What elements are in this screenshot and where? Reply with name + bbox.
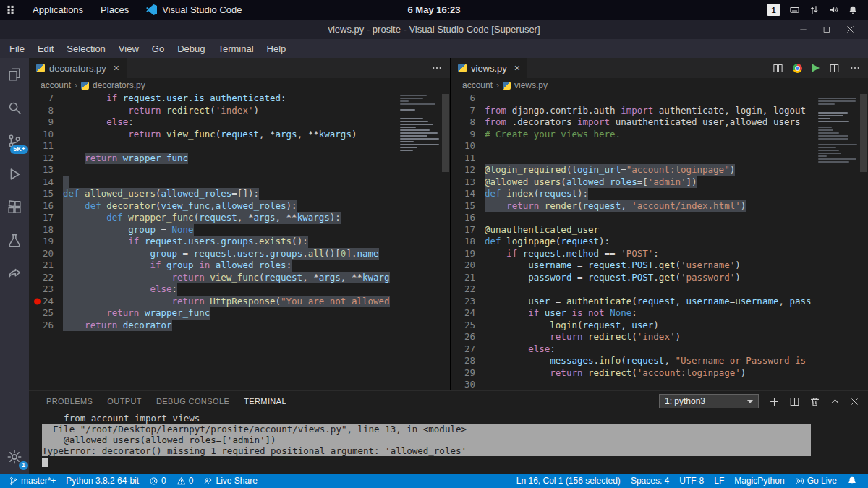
keyboard-tray-icon[interactable] <box>789 4 800 15</box>
menu-file[interactable]: File <box>3 39 31 58</box>
code-line-10[interactable]: 10 return view_func(request, *args, **kw… <box>29 129 398 141</box>
line-number[interactable]: 24 <box>29 296 63 308</box>
line-number[interactable]: 7 <box>29 93 63 105</box>
menu-help[interactable]: Help <box>260 39 293 58</box>
line-number[interactable]: 26 <box>29 320 63 332</box>
workspace-indicator[interactable]: 1 <box>767 4 780 16</box>
panel-tab-debug-console[interactable]: DEBUG CONSOLE <box>156 391 229 411</box>
line-number[interactable]: 16 <box>29 200 63 213</box>
tab-views-py[interactable]: views.py × <box>451 58 528 78</box>
code-line-15[interactable]: 15def allowed_users(allowed_roles=[]): <box>29 188 398 200</box>
line-number[interactable]: 28 <box>451 355 485 367</box>
activity-explorer[interactable] <box>0 58 29 91</box>
volume-tray-icon[interactable] <box>828 4 839 15</box>
code-line-16[interactable]: 16 <box>451 212 816 224</box>
tab-close-icon[interactable]: × <box>514 62 520 74</box>
more-actions-icon[interactable] <box>431 62 443 74</box>
line-number[interactable]: 18 <box>29 224 63 236</box>
maximize-button[interactable] <box>818 25 835 34</box>
code-line-20[interactable]: 20 group = request.users.groups.all()[0]… <box>29 248 398 260</box>
terminal-select[interactable]: 1: python3 <box>659 394 759 408</box>
line-number[interactable]: 19 <box>451 248 485 260</box>
activity-source-control[interactable]: 5K+ <box>0 124 29 158</box>
breadcrumb-folder[interactable]: account <box>462 80 493 90</box>
scrollbar-1[interactable] <box>859 93 868 390</box>
active-app-indicator[interactable]: Visual Studio Code <box>137 4 250 15</box>
network-tray-icon[interactable] <box>809 4 820 15</box>
code-line-8[interactable]: 8from .decorators import unauthenticated… <box>451 116 816 129</box>
status-eol[interactable]: LF <box>709 474 729 488</box>
line-number[interactable]: 22 <box>451 283 485 296</box>
code-line-23[interactable]: 23 else: <box>29 283 398 296</box>
line-number[interactable]: 8 <box>451 116 485 129</box>
code-line-17[interactable]: 17@unauthenticated_user <box>451 224 816 236</box>
code-line-9[interactable]: 9# Create your views here. <box>451 129 816 141</box>
line-number[interactable]: 22 <box>29 272 63 284</box>
line-number[interactable]: 15 <box>29 188 63 200</box>
panel-tab-output[interactable]: OUTPUT <box>107 391 142 411</box>
maximize-panel-icon[interactable] <box>830 396 841 407</box>
code-line-16[interactable]: 16 def decorator(view_func,allowed_roles… <box>29 200 398 213</box>
scrollbar-slider[interactable] <box>442 94 449 172</box>
activity-testing[interactable] <box>0 224 29 257</box>
code-line-24[interactable]: 24 if user is not None: <box>451 307 816 320</box>
clock[interactable]: 6 May 16:23 <box>408 4 461 15</box>
breadcrumb-file[interactable]: views.py <box>514 80 548 90</box>
menu-selection[interactable]: Selection <box>60 39 111 58</box>
line-number[interactable]: 10 <box>451 140 485 153</box>
code-line-7[interactable]: 7from django.contrib.auth import authent… <box>451 105 816 117</box>
line-number[interactable]: 17 <box>29 212 63 224</box>
code-lines-0[interactable]: 7 if request.user.is_authenticated:8 ret… <box>29 93 398 390</box>
line-number[interactable]: 29 <box>451 367 485 380</box>
menu-view[interactable]: View <box>112 39 145 58</box>
code-line-17[interactable]: 17 def wrapper_func(request, *args, **kw… <box>29 212 398 224</box>
line-number[interactable]: 27 <box>451 343 485 356</box>
open-in-browser-icon[interactable] <box>793 64 802 73</box>
activity-extensions[interactable] <box>0 191 29 224</box>
status-branch[interactable]: master*+ <box>4 474 61 488</box>
split-terminal-icon[interactable] <box>789 396 800 407</box>
code-line-21[interactable]: 21 password = request.POST.get('password… <box>451 272 816 284</box>
activity-search[interactable] <box>0 91 29 124</box>
code-line-12[interactable]: 12@login_required(login_url="account:log… <box>451 164 816 176</box>
line-number[interactable]: 13 <box>29 164 63 176</box>
line-number[interactable]: 20 <box>451 260 485 272</box>
code-line-25[interactable]: 25 return wrapper_func <box>29 307 398 320</box>
line-number[interactable]: 9 <box>29 116 63 129</box>
line-number[interactable]: 8 <box>29 105 63 117</box>
line-number[interactable]: 10 <box>29 129 63 141</box>
activity-manage[interactable]: 1 <box>0 440 29 474</box>
code-line-7[interactable]: 7 if request.user.is_authenticated: <box>29 93 398 105</box>
new-terminal-icon[interactable] <box>769 396 780 407</box>
status-go-live[interactable]: Go Live <box>790 474 842 488</box>
panel-tab-terminal[interactable]: TERMINAL <box>244 391 286 411</box>
line-number[interactable]: 16 <box>451 212 485 224</box>
code-line-25[interactable]: 25 login(request, user) <box>451 320 816 332</box>
code-line-26[interactable]: 26 return decorator <box>29 320 398 332</box>
run-python-file-icon[interactable] <box>812 64 820 72</box>
minimize-button[interactable] <box>794 25 812 34</box>
code-line-11[interactable]: 11 <box>29 140 398 153</box>
line-number[interactable]: 19 <box>29 236 63 248</box>
code-line-10[interactable]: 10 <box>451 140 816 153</box>
code-line-15[interactable]: 15 return render(request, 'account/index… <box>451 200 816 213</box>
line-number[interactable]: 20 <box>29 248 63 260</box>
code-line-28[interactable]: 28 messages.info(request, "Username or P… <box>451 355 816 367</box>
terminal-output[interactable]: from account import views File "/root/De… <box>29 411 868 474</box>
menu-go[interactable]: Go <box>145 39 171 58</box>
code-line-13[interactable]: 13 <box>29 164 398 176</box>
breakpoint[interactable] <box>34 298 41 304</box>
code-line-19[interactable]: 19 if request.method == 'POST': <box>451 248 816 260</box>
more-actions-icon[interactable] <box>849 62 861 74</box>
notifications-tray-icon[interactable] <box>848 5 858 15</box>
status-language-mode[interactable]: MagicPython <box>729 474 789 488</box>
terminal-cursor[interactable] <box>42 458 48 467</box>
app-grid-icon[interactable] <box>6 4 17 15</box>
panel-tab-problems[interactable]: PROBLEMS <box>46 391 93 411</box>
line-number[interactable]: 21 <box>451 272 485 284</box>
breadcrumb-file[interactable]: decorators.py <box>93 80 145 90</box>
code-line-18[interactable]: 18def loginpage(request): <box>451 236 816 248</box>
menu-debug[interactable]: Debug <box>171 39 211 58</box>
line-number[interactable]: 12 <box>29 153 63 165</box>
code-line-21[interactable]: 21 if group in allowed_roles: <box>29 260 398 272</box>
